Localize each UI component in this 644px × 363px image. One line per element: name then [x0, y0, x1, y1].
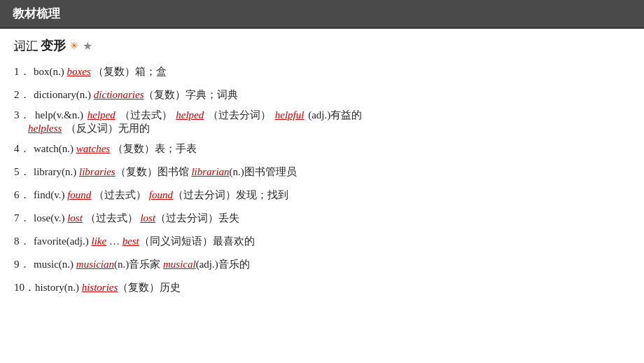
answer-helped-pp: helped [176, 109, 204, 121]
list-item: 8． favorite(adj.) like … best （同义词短语）最喜欢… [14, 232, 630, 251]
section-title-normal: 词汇 [14, 38, 38, 54]
answer-found-past: found [67, 186, 91, 205]
answer-helpful: helpful [275, 109, 304, 121]
content-area: 1． box(n.) boxes （复数）箱；盒 2． dictionary(n… [0, 60, 644, 308]
answer-best: best [122, 232, 139, 251]
answer-helpless: helpless [28, 123, 62, 135]
list-item: 10． history(n.) histories （复数）历史 [14, 278, 630, 297]
answer-lost-pp: lost [140, 209, 155, 228]
list-item: 2． dictionary(n.) dictionaries （复数）字典；词典 [14, 85, 630, 104]
answer-found-pp: found [149, 186, 173, 205]
list-item: 5． library(n.) libraries （复数）图书馆 librari… [14, 163, 630, 182]
header-title: 教材梳理 [13, 6, 60, 22]
answer-libraries: libraries [79, 163, 115, 182]
list-item: 4． watch(n.) watches （复数）表；手表 [14, 139, 630, 158]
answer-dictionaries: dictionaries [94, 85, 144, 104]
answer-lost-past: lost [67, 209, 83, 228]
answer-musical: musical [163, 255, 196, 274]
list-item: 7． lose(v.) lost （过去式） lost （过去分词）丢失 [14, 209, 630, 228]
answer-histories: histories [82, 278, 118, 297]
section-title-area: 词汇 变形 ✳ ★ [0, 29, 644, 60]
answer-musician: musician [76, 255, 114, 274]
section-title-bold: 变形 [41, 37, 66, 54]
answer-helped-past: helped [88, 109, 115, 121]
answer-like: like [91, 232, 106, 251]
list-item: 1． box(n.) boxes （复数）箱；盒 [14, 62, 630, 81]
answer-librarian: librarian [191, 163, 229, 182]
page-container: 教材梳理 词汇 变形 ✳ ★ 1． box(n.) boxes （复数）箱；盒 … [0, 0, 644, 363]
list-item: 9． music(n.) musician (n.)音乐家 musical (a… [14, 255, 630, 274]
star-icon: ✳ [70, 40, 78, 52]
bookmark-icon: ★ [83, 39, 92, 53]
answer-watches: watches [76, 139, 110, 158]
list-item: 3． help(v.&n.) helped （过去式） helped （过去分词… [14, 109, 630, 135]
list-item: 6． find(v.) found （过去式） found （过去分词）发现；找… [14, 186, 630, 205]
answer-boxes: boxes [67, 62, 91, 81]
header-bar: 教材梳理 [0, 0, 644, 27]
